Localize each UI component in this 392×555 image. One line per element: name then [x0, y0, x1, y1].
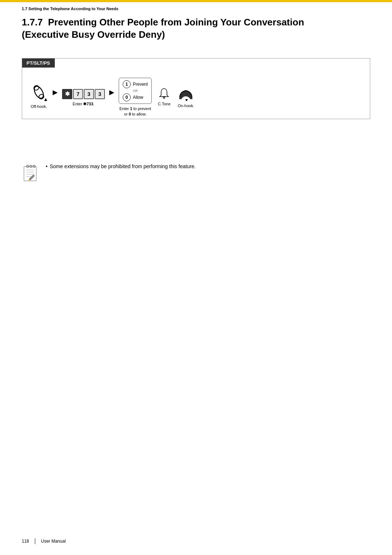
ctone-area: C.Tone [158, 87, 171, 106]
arrow-2: ▶ [105, 88, 119, 96]
section-number: 1.7.7 [22, 17, 43, 28]
note-section: •Some extensions may be prohibited from … [22, 163, 196, 183]
footer-page-number: 118 [22, 539, 29, 544]
offhook-caption: Off-hook. [30, 104, 47, 109]
note-content: •Some extensions may be prohibited from … [46, 163, 196, 169]
key-star: ✱ [62, 89, 72, 99]
diagram-row: ▲ Off-hook. ▶ ✱ 7 3 3 Enter ✱733. ▶ 1 Pr… [22, 68, 370, 119]
svg-text:▲: ▲ [43, 96, 48, 102]
top-accent-bar [0, 0, 392, 2]
step-keys: ✱ 7 3 3 Enter ✱733. [62, 85, 105, 107]
section-title: 1.7.7 Preventing Other People from Joini… [22, 16, 370, 41]
step-prevent-allow: 1 Prevent OR 0 Allow Enter 1 to prevento… [119, 75, 152, 117]
prevent-allow-box: 1 Prevent OR 0 Allow [119, 78, 152, 104]
footer-separator [35, 538, 35, 544]
allow-label: Allow [133, 95, 143, 100]
prevent-allow-caption: Enter 1 to preventor 0 to allow. [119, 106, 151, 117]
key-sequence: ✱ 7 3 3 [62, 89, 105, 99]
svg-point-5 [163, 97, 165, 98]
step-offhook: ▲ Off-hook. [29, 83, 48, 109]
content-box: PT/SLT/PS ▲ Off-hook. ▶ ✱ 7 [22, 58, 370, 119]
device-type-label: PT/SLT/PS [22, 58, 370, 68]
step-onhook: ▼ On-hook. [176, 84, 195, 109]
section-heading: Preventing Other People from Joining You… [22, 17, 304, 40]
prevent-row: 1 Prevent [123, 80, 148, 89]
step-ctone: C.Tone [158, 84, 171, 108]
or-label: OR [123, 89, 148, 93]
footer: 118 User Manual [22, 538, 66, 544]
ctone-bell-icon [158, 87, 171, 100]
note-text: Some extensions may be prohibited from p… [50, 163, 196, 169]
key-0: 0 [123, 93, 131, 101]
key-3a: 3 [84, 89, 94, 99]
prevent-label: Prevent [133, 82, 148, 87]
offhook-phone-icon: ▲ [29, 83, 48, 102]
allow-row: 0 Allow [123, 93, 148, 102]
note-icon [22, 163, 40, 183]
key-7: 7 [73, 89, 83, 99]
onhook-phone-icon: ▼ [176, 86, 195, 101]
keys-caption: Enter ✱733. [73, 101, 94, 107]
svg-text:▼: ▼ [184, 98, 189, 101]
note-bullet: • [46, 163, 48, 169]
breadcrumb: 1.7 Setting the Telephone According to Y… [22, 7, 118, 11]
arrow-1: ▶ [48, 88, 62, 96]
onhook-caption: On-hook. [178, 103, 194, 109]
key-1: 1 [123, 80, 131, 88]
key-3b: 3 [95, 89, 105, 99]
ctone-label: C.Tone [158, 102, 171, 106]
footer-doc-title: User Manual [41, 539, 66, 544]
